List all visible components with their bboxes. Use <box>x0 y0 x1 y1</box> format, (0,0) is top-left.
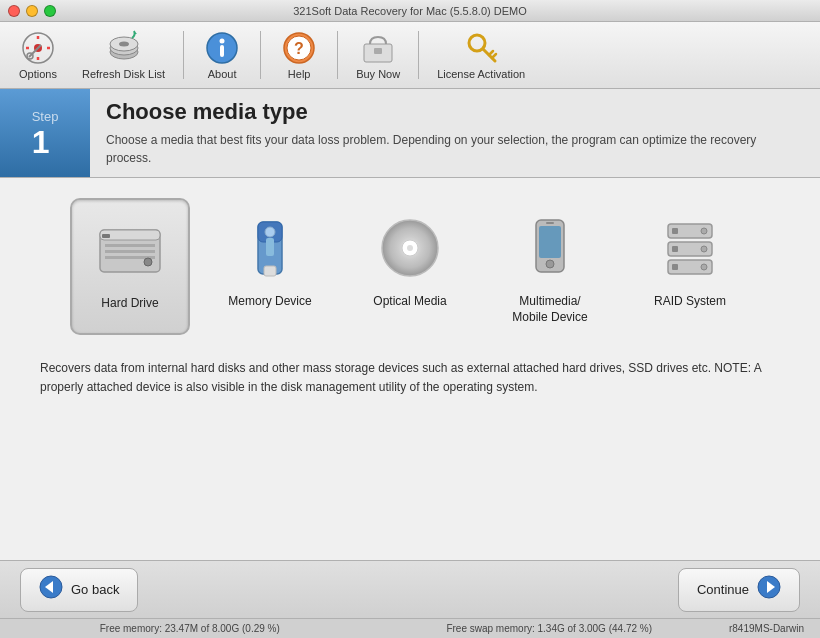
svg-rect-14 <box>220 45 224 57</box>
svg-point-41 <box>546 260 554 268</box>
hard-drive-icon <box>90 210 170 290</box>
svg-point-51 <box>701 264 707 270</box>
optical-media-icon <box>370 208 450 288</box>
svg-point-29 <box>144 258 152 266</box>
toolbar-license[interactable]: License Activation <box>427 26 535 84</box>
svg-rect-34 <box>266 238 274 256</box>
description-text: Recovers data from internal hard disks a… <box>30 359 790 397</box>
raid-label: RAID System <box>654 294 726 310</box>
svg-point-45 <box>701 228 707 234</box>
media-optical[interactable]: Optical Media <box>350 198 470 335</box>
go-back-button[interactable]: Go back <box>20 568 138 612</box>
svg-text:?: ? <box>294 40 304 57</box>
free-swap-status: Free swap memory: 1.34G of 3.00G (44.72 … <box>369 623 728 634</box>
svg-rect-26 <box>105 244 155 247</box>
svg-rect-47 <box>672 246 678 252</box>
about-label: About <box>208 68 237 80</box>
hostname-status: r8419MS-Darwin <box>729 623 810 634</box>
title-bar: 321Soft Data Recovery for Mac (5.5.8.0) … <box>0 0 820 22</box>
footer: Go back Continue <box>0 560 820 618</box>
minimize-button[interactable] <box>26 5 38 17</box>
main-content: Hard Drive Memory Device <box>0 178 820 560</box>
refresh-disk-list-icon <box>106 30 142 66</box>
toolbar-divider-3 <box>337 31 338 79</box>
buy-now-icon <box>360 30 396 66</box>
toolbar-divider-4 <box>418 31 419 79</box>
svg-rect-44 <box>672 228 678 234</box>
go-back-icon <box>39 575 63 605</box>
window-controls[interactable] <box>8 5 56 17</box>
toolbar-buy-now[interactable]: Buy Now <box>346 26 410 84</box>
toolbar-refresh-disk-list[interactable]: Refresh Disk List <box>72 26 175 84</box>
toolbar-divider-2 <box>260 31 261 79</box>
svg-point-13 <box>220 39 225 44</box>
svg-point-38 <box>407 245 413 251</box>
media-raid[interactable]: RAID System <box>630 198 750 335</box>
step-description: Choose a media that best fits your data … <box>106 131 804 167</box>
refresh-disk-list-label: Refresh Disk List <box>82 68 165 80</box>
about-icon <box>204 30 240 66</box>
toolbar-about[interactable]: About <box>192 26 252 84</box>
svg-line-22 <box>489 51 493 55</box>
hard-drive-label: Hard Drive <box>101 296 158 312</box>
license-label: License Activation <box>437 68 525 80</box>
free-memory-status: Free memory: 23.47M of 8.00G (0.29 %) <box>10 623 369 634</box>
svg-rect-42 <box>546 222 554 224</box>
step-title: Choose media type <box>106 99 804 125</box>
window-title: 321Soft Data Recovery for Mac (5.5.8.0) … <box>293 5 527 17</box>
media-memory-device[interactable]: Memory Device <box>210 198 330 335</box>
toolbar: Options Refresh Disk List Abou <box>0 22 820 89</box>
buy-now-label: Buy Now <box>356 68 400 80</box>
multimedia-icon <box>510 208 590 288</box>
maximize-button[interactable] <box>44 5 56 17</box>
svg-rect-50 <box>672 264 678 270</box>
step-number: Step 1 <box>0 89 90 177</box>
close-button[interactable] <box>8 5 20 17</box>
license-icon <box>463 30 499 66</box>
svg-point-11 <box>119 42 129 47</box>
svg-rect-30 <box>102 234 110 238</box>
svg-rect-27 <box>105 250 155 253</box>
media-multimedia[interactable]: Multimedia/ Mobile Device <box>490 198 610 335</box>
optical-media-label: Optical Media <box>373 294 446 310</box>
step-header: Step 1 Choose media type Choose a media … <box>0 89 820 178</box>
continue-button[interactable]: Continue <box>678 568 800 612</box>
media-type-row: Hard Drive Memory Device <box>70 198 750 335</box>
toolbar-options[interactable]: Options <box>8 26 68 84</box>
step-content: Choose media type Choose a media that be… <box>90 89 820 177</box>
multimedia-label: Multimedia/ Mobile Device <box>512 294 587 325</box>
go-back-label: Go back <box>71 582 119 597</box>
toolbar-divider-1 <box>183 31 184 79</box>
media-hard-drive[interactable]: Hard Drive <box>70 198 190 335</box>
continue-label: Continue <box>697 582 749 597</box>
status-bar: Free memory: 23.47M of 8.00G (0.29 %) Fr… <box>0 618 820 638</box>
options-icon <box>20 30 56 66</box>
help-label: Help <box>288 68 311 80</box>
memory-device-label: Memory Device <box>228 294 311 310</box>
svg-point-35 <box>265 227 275 237</box>
svg-point-48 <box>701 246 707 252</box>
svg-rect-19 <box>374 48 382 54</box>
svg-rect-33 <box>264 266 276 276</box>
memory-device-icon <box>230 208 310 288</box>
continue-icon <box>757 575 781 605</box>
help-icon: ? <box>281 30 317 66</box>
raid-icon <box>650 208 730 288</box>
toolbar-help[interactable]: ? Help <box>269 26 329 84</box>
svg-rect-40 <box>539 226 561 258</box>
svg-line-23 <box>492 54 496 58</box>
options-label: Options <box>19 68 57 80</box>
